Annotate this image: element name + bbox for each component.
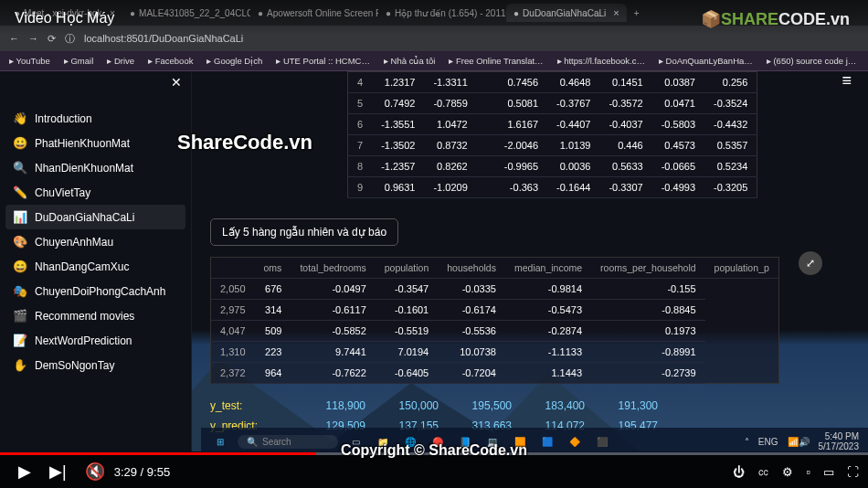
nav-emoji-icon: 📝 [13, 334, 27, 347]
nav-emoji-icon: 😀 [13, 136, 27, 150]
table-row: 41.2317-1.33110.74560.46480.14510.03870.… [348, 72, 757, 93]
tray-chevron-icon[interactable]: ˄ [745, 437, 749, 447]
nav-emoji-icon: 👋 [13, 111, 27, 125]
video-controls: ▶ ▶| 🔇 3:29 / 9:55 ⏻ ㏄ ⚙ ▫ ▭ ⛶ [0, 455, 868, 488]
next-button[interactable]: ▶| [40, 461, 76, 482]
app-body: ✕ 👋Introduction😀PhatHienKhuonMat🔍NhanDie… [0, 71, 868, 451]
sidebar-item-label: DemSoNgonTay [35, 359, 114, 372]
nav-emoji-icon: 🎨 [13, 235, 27, 249]
table-row: 7-1.35020.8732-2.00461.01390.4460.45730.… [348, 135, 757, 156]
main-content: ≡ 41.2317-1.33110.74560.46480.14510.0387… [192, 71, 868, 451]
sidebar-item-introduction[interactable]: 👋Introduction [0, 106, 191, 131]
watermark-center: ShareCode.vn [177, 131, 312, 154]
sidebar-item-label: ChuyenAnhMau [35, 236, 113, 249]
settings-icon[interactable]: ⚙ [782, 465, 793, 479]
tray-time[interactable]: 5:40 PM [819, 431, 860, 441]
nav-emoji-icon: 🔍 [13, 161, 27, 175]
close-icon[interactable]: ✕ [171, 75, 182, 90]
bookmark-item[interactable]: ▸ DoAnQuanLyBanHa… [659, 56, 753, 66]
sidebar-item-label: Introduction [35, 112, 92, 125]
bookmark-item[interactable]: ▸ Drive [107, 56, 134, 66]
bookmark-item[interactable]: ▸ YouTube [9, 56, 50, 66]
sidebar-item-label: NextWordPrediction [35, 334, 132, 347]
table-sample-data: omstotal_bedroomspopulationhouseholdsmed… [210, 257, 779, 384]
sidebar-item-label: NhanDangCamXuc [35, 260, 129, 273]
sidebar: ✕ 👋Introduction😀PhatHienKhuonMat🔍NhanDie… [0, 71, 192, 451]
taskbar-search[interactable]: 🔍 Search [238, 435, 338, 449]
table-row: 2,975314-0.6117-0.1601-0.6174-0.5473-0.8… [211, 300, 779, 321]
play-button[interactable]: ▶ [9, 461, 40, 482]
bookmark-item[interactable]: ▸ Free Online Translat… [449, 56, 543, 66]
sidebar-item-chuyendoiphongcachanh[interactable]: 🎭ChuyenDoiPhongCachAnh [0, 279, 191, 303]
hamburger-icon[interactable]: ≡ [842, 71, 852, 90]
bookmark-item[interactable]: ▸ Nhà của tôi [384, 56, 435, 66]
watermark-logo: 📦SHARECODE.vn [701, 9, 850, 29]
bookmark-item[interactable]: ▸ Facebook [148, 56, 193, 66]
app-misc3-icon[interactable]: ⬛ [592, 431, 612, 451]
sidebar-item-label: ChuVietTay [35, 186, 90, 199]
table-row: 1,3102239.74417.019410.0738-1.1133-0.899… [211, 342, 779, 363]
theater-icon[interactable]: ▭ [823, 465, 834, 479]
sidebar-item-label: ChuyenDoiPhongCachAnh [35, 285, 165, 298]
sidebar-item-chuyenanhmau[interactable]: 🎨ChuyenAnhMau [0, 229, 191, 254]
nav-emoji-icon: 😄 [13, 260, 27, 273]
sidebar-item-dudoangianhacali[interactable]: 📊DuDoanGiaNhaCaLi [5, 205, 185, 229]
nav-emoji-icon: 🎭 [13, 284, 27, 298]
nav-emoji-icon: 📊 [13, 210, 27, 224]
sidebar-item-recommend movies[interactable]: 🎬Recommend movies [0, 303, 191, 328]
watermark-copyright: Copyright © ShareCode.vn [341, 442, 527, 459]
bookmark-item[interactable]: ▸ UTE Portal :: HCMC… [276, 56, 370, 66]
sidebar-item-nextwordprediction[interactable]: 📝NextWordPrediction [0, 328, 191, 353]
bookmark-item[interactable]: ▸ https://l.facebook.c… [557, 56, 645, 66]
sidebar-item-label: DuDoanGiaNhaCaLi [35, 211, 134, 224]
windows-taskbar: ⊞ 🔍 Search ▭ 📁 🌐 🔴 📘 💻 🟧 🟦 🔶 ⬛ ˄ ENG 📶🔊 … [201, 428, 868, 455]
miniplayer-icon[interactable]: ▫ [806, 465, 810, 479]
tray-date: 5/17/2023 [819, 441, 860, 451]
sidebar-item-chuviettay[interactable]: ✏️ChuVietTay [0, 180, 191, 205]
tray-wifi-icon[interactable]: 📶🔊 [788, 437, 810, 447]
sidebar-item-label: Recommend movies [35, 310, 134, 323]
sidebar-item-nhandangcamxuc[interactable]: 😄NhanDangCamXuc [0, 254, 191, 279]
table-header-row: omstotal_bedroomspopulationhouseholdsmed… [211, 258, 779, 279]
table-row: 4,047509-0.5852-0.5519-0.5536-0.28740.19… [211, 321, 779, 342]
table-scaled-data: 41.2317-1.33110.74560.46480.14510.03870.… [347, 71, 757, 198]
app-vlc-icon[interactable]: 🔶 [565, 431, 585, 451]
bookmark-item[interactable]: ▸ Gmail [64, 56, 93, 66]
sidebar-item-demsongontay[interactable]: ✋DemSoNgonTay [0, 353, 191, 377]
cc-button[interactable]: ㏄ [757, 463, 769, 480]
table-row: 8-1.23570.8262-0.99650.00360.5633-0.0665… [348, 156, 757, 177]
sidebar-item-phathienkhuonmat[interactable]: 😀PhatHienKhuonMat [0, 131, 191, 155]
app-misc2-icon[interactable]: 🟦 [537, 431, 557, 451]
sidebar-item-label: PhatHienKhuonMat [35, 137, 130, 150]
table-row: 6-1.35511.04721.6167-0.4407-0.4037-0.580… [348, 114, 757, 135]
mute-button[interactable]: 🔇 [76, 461, 114, 482]
tray-lang[interactable]: ENG [758, 437, 778, 447]
table-row: 2,372964-0.7622-0.6405-0.72041.1443-0.27… [211, 363, 779, 384]
nav-emoji-icon: 🎬 [13, 309, 27, 323]
nav-emoji-icon: ✏️ [13, 186, 27, 199]
fullscreen-icon[interactable]: ⤢ [799, 251, 822, 275]
sidebar-item-nhandienkhuonmat[interactable]: 🔍NhanDienKhuonMat [0, 155, 191, 180]
fullscreen-button[interactable]: ⛶ [847, 465, 859, 479]
nav-emoji-icon: ✋ [13, 358, 27, 372]
bookmark-item[interactable]: ▸ (650) source code j… [767, 56, 856, 66]
table-row: 2,050676-0.0497-0.3547-0.0335-0.9814-0.1… [211, 279, 779, 300]
bookmarks-bar: ▸ YouTube▸ Gmail▸ Drive▸ Facebook▸ Googl… [0, 51, 868, 71]
start-icon[interactable]: ⊞ [210, 431, 230, 451]
bookmark-item[interactable]: ▸ Google Dịch [206, 56, 262, 66]
table-row: 90.9631-1.0209-0.363-0.1644-0.3307-0.499… [348, 177, 757, 198]
autoplay-toggle[interactable]: ⏻ [733, 465, 745, 479]
sidebar-item-label: NhanDienKhuonMat [35, 162, 133, 175]
time-display: 3:29 / 9:55 [114, 465, 170, 479]
predict-button[interactable]: Lấy 5 hàng ngẫu nhiên và dự báo [210, 218, 398, 246]
table-row: 50.7492-0.78590.5081-0.3767-0.35720.0471… [348, 93, 757, 114]
